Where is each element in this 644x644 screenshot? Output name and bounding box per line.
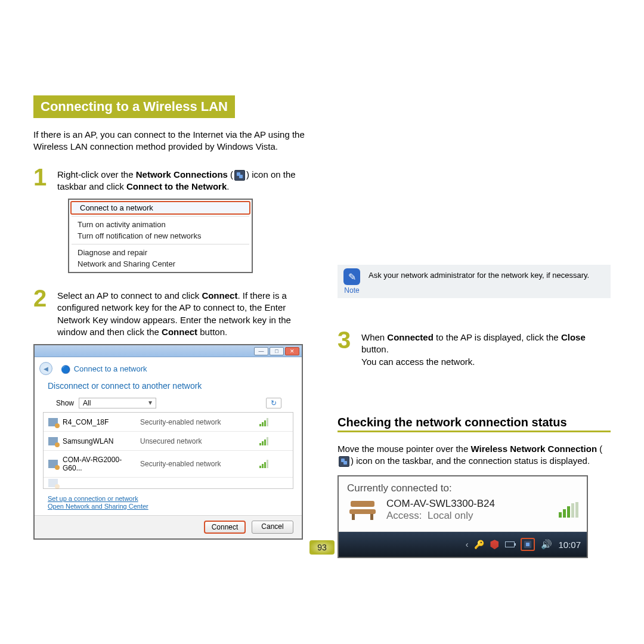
menu-item-connect-network[interactable]: Connect to a network <box>70 201 250 215</box>
subsection-title: Checking the network connection status <box>338 416 611 429</box>
text-fragment: Move the mouse pointer over the <box>338 444 470 454</box>
tray-clock[interactable]: 10:07 <box>558 540 581 550</box>
text-fragment: button. <box>197 327 227 337</box>
text-fragment: Close <box>561 332 586 342</box>
refresh-button[interactable]: ↻ <box>266 398 281 408</box>
signal-icon <box>259 460 282 468</box>
cancel-button[interactable]: Cancel <box>252 521 293 534</box>
wireless-connection-icon <box>339 456 349 467</box>
dialog-links: Set up a connection or network Open Netw… <box>35 495 302 515</box>
home-network-icon <box>347 500 378 520</box>
network-row[interactable]: COM-AV-RG2000-G60... Security-enabled ne… <box>44 451 293 478</box>
page-number: 93 <box>309 540 335 555</box>
network-name: SamsungWLAN <box>63 437 140 445</box>
note-callout: ✎ Note Ask your network administrator fo… <box>338 265 611 298</box>
step-1: 1 Right-click over the Network Connectio… <box>33 169 314 193</box>
network-icon <box>48 418 58 426</box>
check-status-paragraph: Move the mouse pointer over the Wireless… <box>338 443 611 467</box>
network-security: Security-enabled network <box>140 460 259 468</box>
shield-icon[interactable] <box>490 540 499 549</box>
text-fragment: to the AP is displayed, click the <box>434 332 561 342</box>
step-1-body: Right-click over the Network Connections… <box>57 169 314 193</box>
network-name: R4_COM_18F <box>63 418 140 426</box>
connection-tooltip-screenshot: Currently connected to: COM-AV-SWL3300-B… <box>338 475 588 558</box>
connect-button[interactable]: Connect <box>204 521 246 534</box>
tray-expand-icon[interactable]: ‹ <box>466 540 469 549</box>
text-fragment: Wireless Network Connection <box>470 444 597 454</box>
text-fragment: button. <box>361 344 389 354</box>
network-list: R4_COM_18F Security-enabled network Sams… <box>43 412 293 489</box>
intro-paragraph: If there is an AP, you can connect to th… <box>33 129 314 153</box>
text-fragment: Right-click over the <box>57 169 136 179</box>
text-fragment: Connect to the Network <box>126 181 227 191</box>
network-connections-icon <box>234 170 245 181</box>
text-fragment: ( <box>597 444 602 454</box>
section-title: Connecting to a Wireless LAN <box>33 95 235 118</box>
connect-network-dialog: — □ ✕ ◄ 🔵 Connect to a network Disconnec… <box>33 344 303 540</box>
network-name: COM-AV-RG2000-G60... <box>63 456 140 472</box>
system-tray: ‹ 🔑 🔊 10:07 <box>339 532 587 557</box>
network-row[interactable]: R4_COM_18F Security-enabled network <box>44 413 293 432</box>
text-fragment: Connected <box>387 332 434 342</box>
text-fragment: ) icon on the taskbar, and the connectio… <box>351 456 590 466</box>
close-button[interactable]: ✕ <box>285 347 299 355</box>
menu-item[interactable]: Turn on activity animation <box>78 219 243 230</box>
step-3-body: When Connected to the AP is displayed, c… <box>361 332 611 368</box>
network-icon: 🔵 <box>61 365 70 374</box>
network-icon <box>48 460 58 468</box>
menu-item[interactable]: Turn off notification of new networks <box>78 230 243 242</box>
text-fragment: Access: <box>386 510 422 521</box>
connected-network-name: COM-AV-SWL3300-B24 <box>386 498 550 510</box>
step-3-number: 3 <box>338 330 357 368</box>
note-body: Ask your network administrator for the n… <box>369 268 589 281</box>
step-3: 3 When Connected to the AP is displayed,… <box>338 332 611 368</box>
signal-icon <box>559 502 578 518</box>
network-icon <box>48 437 58 445</box>
network-security: Security-enabled network <box>140 418 259 426</box>
menu-item[interactable]: Diagnose and repair <box>78 247 243 258</box>
network-tray-icon[interactable] <box>521 538 535 551</box>
volume-icon[interactable]: 🔊 <box>541 539 552 550</box>
dialog-titlebar: — □ ✕ <box>35 345 302 357</box>
tooltip-heading: Currently connected to: <box>347 482 578 494</box>
network-row[interactable]: SamsungWLAN Unsecured network <box>44 432 293 451</box>
network-row[interactable] <box>44 478 293 488</box>
text-fragment: You can access the network. <box>361 356 611 368</box>
key-icon[interactable]: 🔑 <box>474 540 484 549</box>
connected-network-access: Access: Local only <box>386 510 550 522</box>
text-fragment: Network Connections <box>136 169 228 179</box>
signal-icon <box>259 418 282 426</box>
text-fragment: When <box>361 332 387 342</box>
open-sharing-center-link[interactable]: Open Network and Sharing Center <box>48 503 289 510</box>
battery-icon[interactable] <box>505 540 515 549</box>
network-security: Unsecured network <box>140 437 259 445</box>
network-icon <box>48 479 58 487</box>
text-fragment: ( <box>228 169 233 179</box>
dialog-title: Connect to a network <box>74 364 147 373</box>
text-fragment: . <box>227 181 229 191</box>
step-2-body: Select an AP to connect to and click Con… <box>57 290 314 338</box>
text-fragment: Local only <box>428 510 473 521</box>
context-menu-screenshot: Connect to a network Turn on activity an… <box>68 199 253 273</box>
show-filter-dropdown[interactable]: All <box>79 398 156 408</box>
text-fragment: Connect <box>202 290 237 301</box>
dialog-heading: Disconnect or connect to another network <box>35 376 302 398</box>
signal-icon <box>259 437 282 445</box>
step-2-number: 2 <box>33 289 52 338</box>
text-fragment: Select an AP to connect to and click <box>57 290 202 301</box>
minimize-button[interactable]: — <box>254 347 268 355</box>
divider <box>338 431 611 432</box>
dialog-breadcrumb: ◄ 🔵 Connect to a network <box>35 357 302 376</box>
step-1-number: 1 <box>33 168 52 193</box>
text-fragment: Connect <box>162 327 197 337</box>
setup-connection-link[interactable]: Set up a connection or network <box>48 495 289 502</box>
back-icon[interactable]: ◄ <box>39 362 52 375</box>
show-label: Show <box>56 399 74 407</box>
step-2: 2 Select an AP to connect to and click C… <box>33 290 314 338</box>
pencil-icon: ✎ <box>343 268 360 285</box>
note-label: Note <box>343 286 360 295</box>
maximize-button[interactable]: □ <box>270 347 284 355</box>
menu-item[interactable]: Network and Sharing Center <box>78 258 243 270</box>
